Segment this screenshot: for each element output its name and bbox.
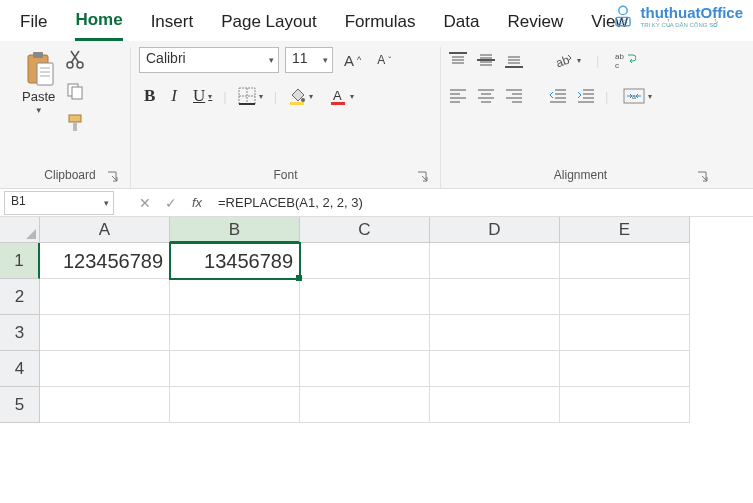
font-name-select[interactable]: Calibri ▾ [139, 47, 279, 73]
tab-home[interactable]: Home [75, 6, 122, 41]
svg-text:c: c [615, 61, 619, 70]
tab-page-layout[interactable]: Page Layout [221, 8, 316, 40]
increase-font-button[interactable]: A^ [339, 49, 366, 72]
watermark: thuthuatOffice TRI KỶ CỦA DÂN CÔNG SỞ [609, 2, 744, 30]
chevron-down-icon: ▾ [104, 198, 109, 208]
font-color-button[interactable]: A ▾ [324, 84, 359, 108]
wrap-text-button[interactable]: abc [609, 47, 641, 73]
ribbon-tabs: File Home Insert Page Layout Formulas Da… [0, 0, 753, 41]
cell-A2[interactable] [40, 279, 170, 315]
align-right-icon[interactable] [505, 88, 523, 104]
svg-point-11 [77, 62, 83, 68]
cell-D4[interactable] [430, 351, 560, 387]
col-header-E[interactable]: E [560, 217, 690, 243]
row-header-1[interactable]: 1 [0, 243, 40, 279]
cell-B1[interactable]: 13456789 [170, 243, 300, 279]
tab-insert[interactable]: Insert [151, 8, 194, 40]
svg-point-0 [618, 6, 626, 14]
align-left-icon[interactable] [449, 88, 467, 104]
merge-cells-icon: a [623, 86, 645, 106]
cell-C5[interactable] [300, 387, 430, 423]
cancel-formula-button[interactable]: ✕ [132, 195, 158, 211]
col-header-D[interactable]: D [430, 217, 560, 243]
svg-rect-1 [616, 17, 630, 25]
row-header-5[interactable]: 5 [0, 387, 40, 423]
dialog-launcher-icon[interactable] [696, 170, 710, 184]
dialog-launcher-icon[interactable] [416, 170, 430, 184]
row-header-4[interactable]: 4 [0, 351, 40, 387]
cell-A5[interactable] [40, 387, 170, 423]
cell-E1[interactable] [560, 243, 690, 279]
cell-D2[interactable] [430, 279, 560, 315]
chevron-down-icon: ▾ [269, 55, 274, 65]
align-middle-icon[interactable] [477, 52, 495, 68]
cell-D5[interactable] [430, 387, 560, 423]
wrap-text-icon: abc [614, 50, 636, 70]
svg-rect-6 [37, 63, 53, 85]
cell-A3[interactable] [40, 315, 170, 351]
cell-B3[interactable] [170, 315, 300, 351]
decrease-font-button[interactable]: Aˇ [372, 50, 396, 70]
align-top-icon[interactable] [449, 52, 467, 68]
underline-button[interactable]: U▾ [188, 83, 217, 109]
chevron-down-icon[interactable]: ▼ [35, 106, 43, 115]
dialog-launcher-icon[interactable] [106, 170, 120, 184]
cell-E5[interactable] [560, 387, 690, 423]
tab-file[interactable]: File [20, 8, 47, 40]
cell-E2[interactable] [560, 279, 690, 315]
row-header-2[interactable]: 2 [0, 279, 40, 315]
formula-input[interactable]: =REPLACEB(A1, 2, 2, 3) [210, 193, 753, 212]
font-color-icon: A [329, 87, 347, 105]
increase-indent-icon[interactable] [577, 88, 595, 104]
insert-function-button[interactable]: fx [184, 195, 210, 210]
cell-A4[interactable] [40, 351, 170, 387]
cell-D1[interactable] [430, 243, 560, 279]
svg-rect-14 [69, 115, 81, 122]
cell-E4[interactable] [560, 351, 690, 387]
tab-review[interactable]: Review [507, 8, 563, 40]
cell-B4[interactable] [170, 351, 300, 387]
tab-formulas[interactable]: Formulas [345, 8, 416, 40]
chevron-down-icon: ▾ [323, 55, 328, 65]
italic-button[interactable]: I [166, 83, 182, 109]
font-size-select[interactable]: 11 ▾ [285, 47, 333, 73]
decrease-indent-icon[interactable] [549, 88, 567, 104]
tab-data[interactable]: Data [444, 8, 480, 40]
group-label-clipboard: Clipboard [18, 164, 122, 188]
cut-icon[interactable] [65, 49, 85, 69]
orientation-button[interactable]: ab ▾ [549, 48, 586, 72]
cell-grid: A B C D E 1 123456789 13456789 2 3 [0, 217, 753, 423]
bold-button[interactable]: B [139, 83, 160, 109]
align-bottom-icon[interactable] [505, 52, 523, 68]
col-header-B[interactable]: B [170, 217, 300, 243]
paste-button[interactable]: Paste ▼ [18, 47, 59, 119]
borders-button[interactable]: ▾ [233, 84, 268, 108]
group-label-font: Font [139, 164, 432, 188]
select-all-corner[interactable] [0, 217, 40, 243]
row-header-3[interactable]: 3 [0, 315, 40, 351]
cell-D3[interactable] [430, 315, 560, 351]
cell-A1[interactable]: 123456789 [40, 243, 170, 279]
col-header-A[interactable]: A [40, 217, 170, 243]
cell-C1[interactable] [300, 243, 430, 279]
copy-icon[interactable] [65, 81, 85, 101]
enter-formula-button[interactable]: ✓ [158, 195, 184, 211]
svg-rect-15 [73, 122, 77, 131]
cell-C3[interactable] [300, 315, 430, 351]
svg-rect-23 [331, 102, 345, 105]
cell-C4[interactable] [300, 351, 430, 387]
cell-B5[interactable] [170, 387, 300, 423]
clipboard-icon [23, 51, 55, 87]
fill-color-button[interactable]: ▾ [283, 84, 318, 108]
merge-center-button[interactable]: a ▾ [618, 83, 657, 109]
group-font: Calibri ▾ 11 ▾ A^ Aˇ B I U▾ | ▾ | [130, 47, 440, 188]
name-box[interactable]: B1 ▾ [4, 191, 114, 215]
svg-text:ab: ab [615, 52, 624, 61]
cell-B2[interactable] [170, 279, 300, 315]
group-clipboard: Paste ▼ Clipboard [10, 47, 130, 188]
format-painter-icon[interactable] [65, 113, 85, 133]
col-header-C[interactable]: C [300, 217, 430, 243]
cell-C2[interactable] [300, 279, 430, 315]
align-center-icon[interactable] [477, 88, 495, 104]
cell-E3[interactable] [560, 315, 690, 351]
